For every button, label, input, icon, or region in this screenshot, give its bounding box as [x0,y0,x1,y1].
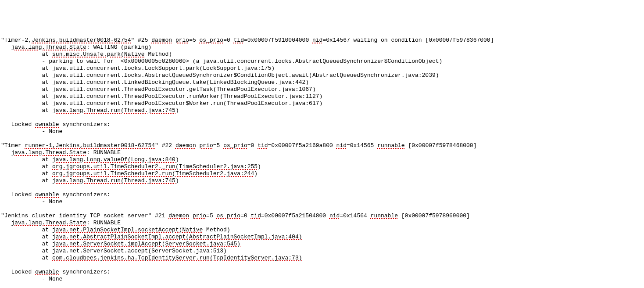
spellcheck-underline: java.lang.Thread.State [11,44,86,50]
spellcheck-underline: nid [329,212,340,219]
spellcheck-underline: tid [258,142,268,149]
spellcheck-underline: daemon [175,142,196,149]
stack-frame: at java.net.AbstractPlainSocketImpl.acce… [1,234,643,241]
spellcheck-underline: os_prio [200,37,224,43]
spellcheck-underline: java.lang.Thread.State [11,149,86,156]
stack-frame: at java.util.concurrent.ThreadPoolExecut… [1,86,643,93]
stack-frame: at java.lang.Thread.run(Thread.java:745) [1,107,643,114]
spellcheck-underline: nid [312,37,322,43]
spellcheck-underline: java.lang.Long.valueOf(Long.java:840) [52,156,179,163]
spellcheck-underline: java.net.ServerSocket.implAccept(ServerS… [52,241,240,247]
stack-frame: at java.net.ServerSocket.implAccept(Serv… [1,241,643,248]
spellcheck-underline: ownable [35,269,59,275]
spellcheck-underline: java.net.AbstractPlainSocketImpl.accept(… [52,234,302,240]
spellcheck-underline: tid [251,212,261,219]
locked-sync-header: Locked ownable synchronizers: [1,191,643,198]
spellcheck-underline: Jenkins,buildmaster0018-62754 [32,37,131,43]
stack-frame: at java.util.concurrent.locks.AbstractQu… [1,72,643,79]
stack-frame: at java.util.concurrent.ThreadPoolExecut… [1,100,643,107]
stack-frame: at java.util.concurrent.locks.LockSuppor… [1,65,643,72]
stack-frame: at java.lang.Thread.run(Thread.java:745) [1,177,643,184]
stack-frame: at org.jgroups.util.TimeScheduler2.run(T… [1,170,643,177]
stack-frame: at java.net.ServerSocket.accept(ServerSo… [1,248,643,255]
spellcheck-underline: java.lang.Thread.run(Thread.java:745) [52,177,179,184]
spellcheck-underline: org.jgroups.util.TimeScheduler2.run(Time… [52,170,258,177]
spellcheck-underline: daemon [168,212,189,219]
thread-header: "Timer runner-1,Jenkins,buildmaster0018-… [1,142,643,149]
spellcheck-underline: prio [200,142,213,149]
stack-frame: at java.util.concurrent.LinkedBlockingQu… [1,79,643,86]
spellcheck-underline: ownable [35,191,59,198]
locked-sync-item: - None [1,276,643,283]
spellcheck-underline: os_prio [223,142,247,149]
spellcheck-underline: java.lang.Thread.State [11,220,86,226]
locked-sync-item: - None [1,128,643,135]
spellcheck-underline: runnable [377,142,404,149]
spellcheck-underline: runner-1,Jenkins,buildmaster0018-62754 [25,142,155,149]
spellcheck-underline: java.lang.Thread.run(Thread.java:745) [52,107,179,114]
thread-state: java.lang.Thread.State: RUNNABLE [1,149,643,156]
spellcheck-underline: tid [234,37,244,43]
stack-frame: at java.util.concurrent.ThreadPoolExecut… [1,93,643,100]
stack-frame: at com.cloudbees.jenkins.ha.TcpIdentityS… [1,255,643,262]
stack-frame: at java.net.PlainSocketImpl.socketAccept… [1,227,643,234]
locked-sync-header: Locked ownable synchronizers: [1,121,643,128]
spellcheck-underline: daemon [151,37,172,43]
spellcheck-underline: com.cloudbees.jenkins.ha.TcpIdentityServ… [52,255,302,261]
spellcheck-underline: ownable [35,121,59,128]
locked-sync-item: - None [1,198,643,205]
spellcheck-underline: runnable [371,212,398,219]
thread-header: "Jenkins cluster identity TCP socket ser… [1,212,643,220]
stack-frame: at org.jgroups.util.TimeScheduler2._run(… [1,163,643,170]
stack-frame: - parking to wait for <0x00000005c028006… [1,58,643,65]
spellcheck-underline: nid [336,142,347,149]
spellcheck-underline: java.net.PlainSocketImpl.socketAccept(Na… [52,227,203,233]
thread-state: java.lang.Thread.State: RUNNABLE [1,220,643,227]
thread-dump: "Timer-2,Jenkins,buildmaster0018-62754" … [0,35,644,284]
thread-header: "Timer-2,Jenkins,buildmaster0018-62754" … [1,37,643,44]
stack-frame: at sun.misc.Unsafe.park(Native Method) [1,51,643,58]
spellcheck-underline: sun.misc.Unsafe.park(Native [52,51,145,58]
thread-state: java.lang.Thread.State: WAITING (parking… [1,44,643,51]
spellcheck-underline: org.jgroups.util.TimeScheduler2._run(Tim… [52,163,261,170]
stack-frame: at java.lang.Long.valueOf(Long.java:840) [1,156,643,163]
locked-sync-header: Locked ownable synchronizers: [1,269,643,276]
spellcheck-underline: os_prio [217,212,241,219]
spellcheck-underline: prio [175,37,189,43]
spellcheck-underline: prio [193,212,206,219]
